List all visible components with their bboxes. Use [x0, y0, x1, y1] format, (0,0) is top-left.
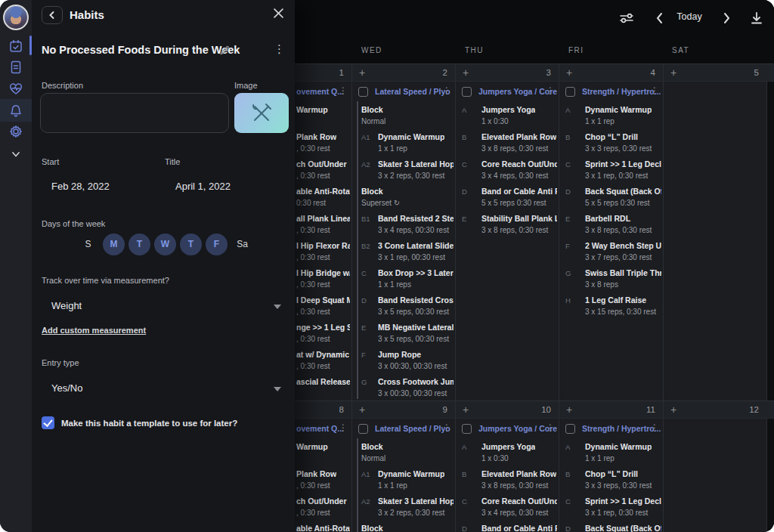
workout-title[interactable]: ovement Q...	[296, 87, 344, 96]
back-button[interactable]	[42, 6, 63, 24]
exercise-label: C	[565, 496, 585, 518]
exercise-detail: 1 x 0:30	[481, 116, 535, 127]
end-date-value[interactable]: April 1, 2022	[175, 181, 231, 192]
workout-title[interactable]: Strength / Hypertro...	[582, 87, 661, 96]
entry-type-label: Entry type	[42, 358, 79, 367]
kebab-menu-icon[interactable]: ⋮	[546, 85, 555, 96]
download-icon[interactable]	[748, 10, 765, 26]
kebab-menu-icon[interactable]: ⋮	[442, 422, 451, 433]
exercise-detail: 3 x 8 reps, 0:30 rest	[481, 224, 557, 236]
sidebar-item-settings[interactable]	[0, 121, 32, 142]
add-workout-button[interactable]: +	[670, 401, 676, 418]
exercise-detail: 3 x 2 reps, 0:30 rest	[378, 170, 454, 181]
exercise-name: all Plank Linear ...	[296, 213, 350, 224]
exercise-label: A2	[361, 159, 378, 181]
workout-title[interactable]: Lateral Speed / Plyo	[375, 87, 450, 96]
exercise-label: F	[361, 349, 378, 372]
exercise-label: B	[462, 131, 481, 154]
kebab-menu-icon[interactable]: ⋮	[650, 422, 659, 433]
edit-pencil-icon[interactable]	[219, 45, 231, 56]
kebab-menu-icon[interactable]: ⋮	[650, 85, 659, 96]
exercise-label: A2	[361, 496, 378, 518]
exercise-detail: 3 x 1 rep, 0:30 rest	[585, 170, 661, 181]
habit-image-tile[interactable]	[234, 93, 289, 133]
exercise-name: ch Out/Under	[296, 159, 347, 170]
habit-kebab-icon[interactable]: ⋮	[274, 42, 285, 56]
exercise-detail: 3 x 8 reps, 0:30 rest	[481, 480, 556, 491]
add-workout-button[interactable]: +	[670, 64, 676, 81]
exercise-detail: 1 x 1 rep	[378, 480, 444, 491]
day-toggle[interactable]: W	[154, 234, 176, 255]
next-week-button[interactable]	[718, 10, 735, 26]
workout-title[interactable]: ovement Q...	[296, 424, 344, 433]
workout-checkbox[interactable]	[565, 87, 575, 97]
chevron-down-icon[interactable]	[274, 305, 281, 309]
close-icon[interactable]	[274, 8, 287, 21]
add-workout-button[interactable]: +	[359, 64, 365, 81]
day-toggle[interactable]: T	[128, 234, 150, 255]
add-workout-button[interactable]: +	[463, 64, 469, 81]
add-workout-button[interactable]: +	[359, 401, 365, 418]
exercise-label: H	[565, 295, 585, 317]
image-label: Image	[234, 81, 258, 90]
exercise-row: A Jumpers Yoga 1 x 0:30	[462, 441, 557, 464]
add-workout-button[interactable]: +	[566, 64, 572, 81]
chevron-down-icon[interactable]	[274, 387, 281, 391]
measurement-select[interactable]: Weight	[51, 300, 82, 311]
description-input[interactable]	[40, 93, 229, 133]
workout-checkbox[interactable]	[462, 424, 472, 434]
workout-title[interactable]: Lateral Speed / Plyo	[375, 424, 450, 433]
day-cell: + 2	[351, 64, 455, 81]
exercise-label: A	[565, 104, 585, 127]
sidebar-item-calendar[interactable]	[0, 36, 32, 57]
kebab-menu-icon[interactable]: ⋮	[546, 422, 555, 433]
add-workout-button[interactable]: +	[463, 401, 469, 418]
exercise-detail: 1 x 1 rep	[585, 453, 652, 464]
exercise-name: Sprint >> 1 Leg Declarations	[585, 159, 661, 170]
template-checkbox[interactable]	[42, 416, 54, 429]
add-custom-measurement-link[interactable]: Add custom measurement	[42, 326, 146, 335]
workout-checkbox[interactable]	[462, 87, 472, 97]
start-date-value[interactable]: Feb 28, 2022	[51, 181, 110, 192]
prev-week-button[interactable]	[652, 10, 668, 26]
workout-title[interactable]: Strength / Hypertro...	[582, 424, 661, 433]
week2-body: ovement Q... ⋮ Warmup	[295, 419, 774, 532]
day-toggle[interactable]: Sa	[231, 234, 253, 255]
day-toggle[interactable]: M	[103, 234, 125, 255]
sidebar-item-health[interactable]	[0, 78, 32, 99]
exercise-row: able Anti-Rotati... 0:30 rest	[296, 523, 350, 532]
exercise-detail: 3 x 4 reps, 00:30 rest	[378, 224, 454, 236]
exercise-name: Core Reach Out/Under	[481, 496, 557, 507]
entry-type-select[interactable]: Yes/No	[51, 382, 82, 394]
workout-checkbox[interactable]	[565, 424, 575, 434]
day-toggle[interactable]: T	[180, 234, 202, 255]
chevron-down-icon[interactable]	[0, 144, 32, 165]
avatar[interactable]	[3, 5, 29, 30]
exercise-name: l Deep Squat Mo...	[296, 295, 350, 306]
exercise-label: F	[565, 240, 585, 263]
filter-sliders-icon[interactable]	[618, 10, 635, 26]
exercise-label: B	[565, 469, 585, 491]
day-toggle[interactable]: F	[206, 234, 228, 255]
exercise-row: G Swiss Ball Triple Threat 3 x 8 reps	[565, 268, 661, 290]
today-button[interactable]: Today	[667, 11, 712, 22]
workout-card: Lateral Speed / Plyo ⋮ Block Normal	[352, 419, 455, 532]
exercise-row: ch Out/Under , 0:30 rest	[296, 496, 350, 518]
description-label: Description	[42, 81, 83, 90]
workout-card: Strength / Hypertro... ⋮ A Dynamic Warmu…	[559, 419, 663, 532]
workout-checkbox[interactable]	[358, 424, 368, 434]
day-toggle[interactable]: S	[77, 234, 99, 255]
kebab-menu-icon[interactable]: ⋮	[339, 85, 348, 96]
add-workout-button[interactable]: +	[566, 401, 572, 418]
exercise-label: B2	[361, 240, 378, 263]
sidebar-item-notifications[interactable]	[0, 100, 32, 121]
exercise-row: at w/ Dynamic P... , 0:30 rest	[296, 349, 350, 372]
kebab-menu-icon[interactable]: ⋮	[339, 422, 348, 433]
exercise-label: G	[361, 376, 378, 399]
sidebar-item-documents[interactable]	[0, 57, 32, 78]
exercise-detail: 3 x 1 rep, 0:30 rest	[585, 507, 661, 518]
exercise-label: D	[565, 523, 585, 532]
workout-checkbox[interactable]	[358, 87, 368, 97]
kebab-menu-icon[interactable]: ⋮	[442, 85, 451, 96]
exercise-name: 1 Leg Calf Raise	[585, 295, 656, 306]
